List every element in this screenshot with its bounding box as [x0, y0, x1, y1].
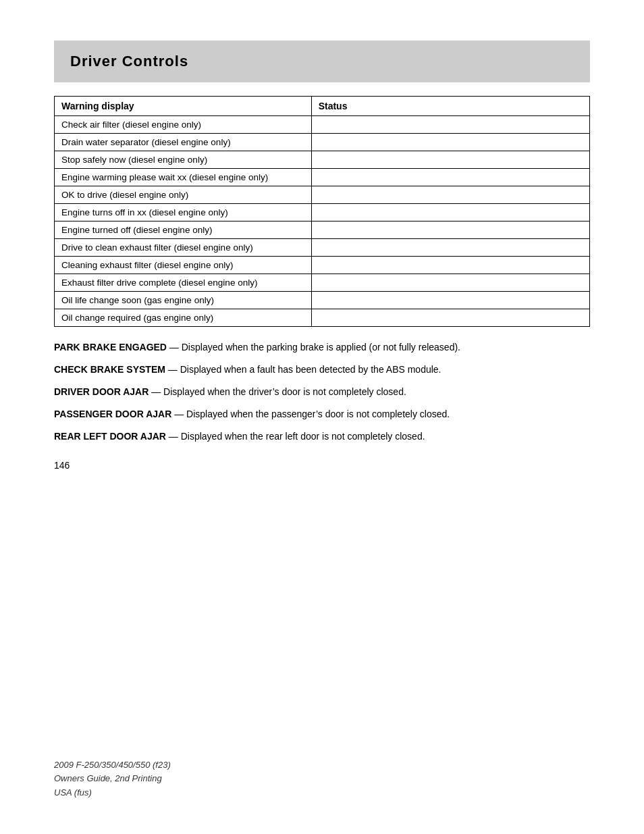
status-cell — [311, 292, 589, 309]
table-header-status: Status — [311, 97, 589, 116]
description-section: PARK BRAKE ENGAGED — Displayed when the … — [54, 340, 590, 444]
footer-line1: 2009 F-250/350/450/550 (f23) — [54, 758, 171, 773]
description-text: — Displayed when the parking brake is ap… — [167, 342, 460, 353]
status-cell — [311, 257, 589, 274]
warning-cell: Cleaning exhaust filter (diesel engine o… — [55, 257, 312, 274]
table-row: OK to drive (diesel engine only) — [55, 186, 590, 204]
warning-cell: Drive to clean exhaust filter (diesel en… — [55, 239, 312, 257]
warning-cell: Drain water separator (diesel engine onl… — [55, 134, 312, 151]
warning-cell: Oil life change soon (gas engine only) — [55, 292, 312, 309]
table-row: Oil life change soon (gas engine only) — [55, 292, 590, 309]
description-text: — Displayed when the passenger’s door is… — [171, 409, 450, 419]
status-cell — [311, 309, 589, 327]
footer: 2009 F-250/350/450/550 (f23) Owners Guid… — [54, 758, 171, 800]
table-header-warning: Warning display — [55, 97, 312, 116]
status-cell — [311, 151, 589, 169]
warning-cell: Stop safely now (diesel engine only) — [55, 151, 312, 169]
description-text: — Displayed when the rear left door is n… — [166, 431, 425, 442]
table-row: Drain water separator (diesel engine onl… — [55, 134, 590, 151]
description-paragraph: PASSENGER DOOR AJAR — Displayed when the… — [54, 407, 590, 421]
description-paragraph: DRIVER DOOR AJAR — Displayed when the dr… — [54, 385, 590, 399]
description-label: CHECK BRAKE SYSTEM — [54, 364, 165, 375]
description-label: PASSENGER DOOR AJAR — [54, 409, 171, 419]
status-cell — [311, 169, 589, 186]
description-text: — Displayed when the driver’s door is no… — [149, 386, 406, 397]
description-text: — Displayed when a fault has been detect… — [165, 364, 441, 375]
status-cell — [311, 239, 589, 257]
page-title: Driver Controls — [70, 53, 188, 70]
table-row: Cleaning exhaust filter (diesel engine o… — [55, 257, 590, 274]
table-row: Check air filter (diesel engine only) — [55, 116, 590, 134]
description-label: REAR LEFT DOOR AJAR — [54, 431, 166, 442]
table-row: Engine turns off in xx (diesel engine on… — [55, 204, 590, 221]
status-cell — [311, 116, 589, 134]
description-label: PARK BRAKE ENGAGED — [54, 342, 167, 353]
status-cell — [311, 134, 589, 151]
status-cell — [311, 274, 589, 292]
table-row: Engine turned off (diesel engine only) — [55, 221, 590, 239]
warning-cell: Exhaust filter drive complete (diesel en… — [55, 274, 312, 292]
table-row: Stop safely now (diesel engine only) — [55, 151, 590, 169]
warning-cell: OK to drive (diesel engine only) — [55, 186, 312, 204]
status-cell — [311, 221, 589, 239]
page: Driver Controls Warning display Status C… — [0, 0, 644, 834]
status-cell — [311, 204, 589, 221]
warning-cell: Check air filter (diesel engine only) — [55, 116, 312, 134]
warning-table: Warning display Status Check air filter … — [54, 96, 590, 327]
table-row: Drive to clean exhaust filter (diesel en… — [55, 239, 590, 257]
description-paragraph: CHECK BRAKE SYSTEM — Displayed when a fa… — [54, 363, 590, 377]
footer-line3: USA (fus) — [54, 786, 171, 800]
footer-line2: Owners Guide, 2nd Printing — [54, 772, 171, 786]
description-label: DRIVER DOOR AJAR — [54, 386, 149, 397]
warning-cell: Engine turned off (diesel engine only) — [55, 221, 312, 239]
warning-cell: Oil change required (gas engine only) — [55, 309, 312, 327]
description-paragraph: REAR LEFT DOOR AJAR — Displayed when the… — [54, 429, 590, 444]
warning-cell: Engine turns off in xx (diesel engine on… — [55, 204, 312, 221]
table-row: Oil change required (gas engine only) — [55, 309, 590, 327]
table-row: Exhaust filter drive complete (diesel en… — [55, 274, 590, 292]
table-row: Engine warming please wait xx (diesel en… — [55, 169, 590, 186]
header-section: Driver Controls — [54, 41, 590, 82]
page-number: 146 — [54, 460, 590, 471]
description-paragraph: PARK BRAKE ENGAGED — Displayed when the … — [54, 340, 590, 355]
status-cell — [311, 186, 589, 204]
warning-cell: Engine warming please wait xx (diesel en… — [55, 169, 312, 186]
